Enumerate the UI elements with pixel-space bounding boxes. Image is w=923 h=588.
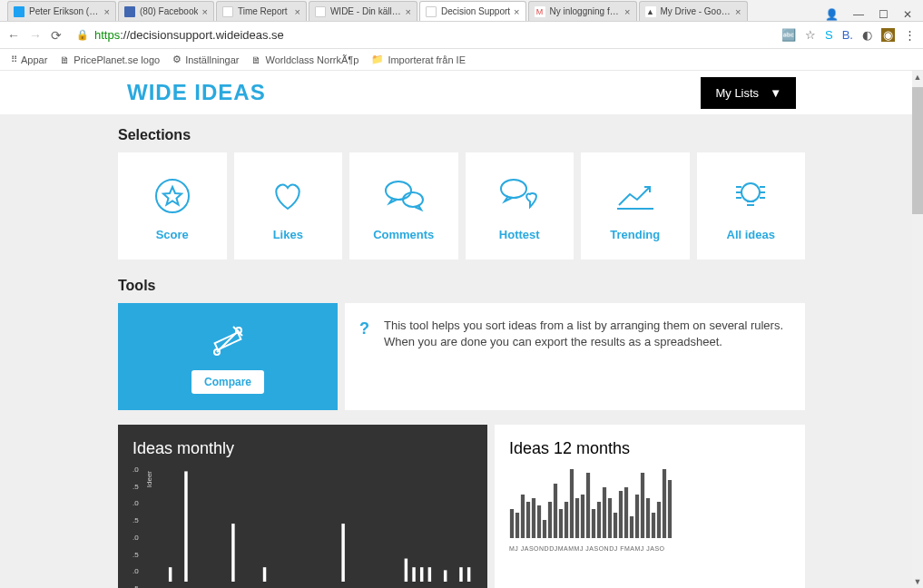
gmail-icon: M — [535, 6, 545, 17]
svg-rect-59 — [565, 502, 568, 538]
my-lists-button[interactable]: My Lists ▼ — [701, 77, 796, 109]
page-header: WIDE IDEAS My Lists ▼ — [0, 71, 923, 114]
star-icon[interactable]: ☆ — [805, 28, 816, 42]
close-button[interactable]: ✕ — [903, 8, 912, 21]
svg-point-4 — [741, 183, 760, 201]
svg-rect-67 — [608, 498, 612, 538]
ext2-icon[interactable]: ◐ — [862, 28, 872, 42]
scrollbar[interactable]: ▲ ▼ — [912, 71, 923, 588]
logo: WIDE IDEAS — [127, 80, 266, 105]
svg-rect-77 — [663, 469, 666, 538]
close-icon[interactable]: × — [735, 6, 741, 17]
facebook-icon — [124, 6, 135, 17]
bookmark-worldclass[interactable]: 🗎 Worldclass NorrkÃ¶p — [251, 54, 358, 65]
svg-rect-12 — [184, 471, 187, 582]
tools-heading: Tools — [118, 278, 805, 294]
selection-hottest[interactable]: Hottest — [466, 152, 574, 260]
charts-row: Ideas monthly .0.5.0.5.0.5.0.5 Ideer Ide… — [118, 425, 805, 588]
svg-rect-61 — [575, 498, 579, 538]
tools-row: Compare ? This tool helps you sort ideas… — [118, 303, 805, 410]
scroll-down-arrow[interactable]: ▼ — [912, 575, 923, 588]
ext-icon[interactable]: B. — [842, 28, 853, 42]
selection-score[interactable]: Score — [118, 152, 227, 260]
svg-rect-32 — [341, 524, 344, 582]
svg-rect-43 — [428, 567, 431, 582]
translate-icon[interactable]: 🔤 — [781, 28, 796, 42]
tab-title: My Drive - Google — [661, 6, 732, 16]
file-icon — [222, 6, 233, 17]
menu-icon[interactable]: ⋮ — [904, 28, 916, 42]
bookmark-priceplanet[interactable]: 🗎 PricePlanet.se logo — [60, 54, 160, 65]
selection-all-ideas[interactable]: All ideas — [697, 152, 806, 260]
tab-gdrive[interactable]: ▲ My Drive - Google × — [639, 1, 748, 21]
svg-rect-50 — [516, 513, 519, 538]
minimize-button[interactable]: — — [853, 8, 864, 21]
selection-likes[interactable]: Likes — [234, 152, 343, 260]
file-icon — [426, 6, 437, 17]
svg-rect-63 — [586, 473, 590, 538]
selection-label: Comments — [373, 228, 434, 241]
scrollbar-thumb[interactable] — [912, 87, 923, 214]
selection-label: All ideas — [727, 228, 775, 241]
apps-button[interactable]: ⠿Appar — [11, 54, 47, 65]
gdrive-icon: ▲ — [645, 6, 656, 17]
tab-gmail[interactable]: M Ny inloggning från × — [528, 1, 637, 21]
svg-rect-72 — [635, 495, 639, 538]
selection-trending[interactable]: Trending — [581, 152, 690, 260]
selection-comments[interactable]: Comments — [349, 152, 458, 260]
tab-decision-support[interactable]: Decision Support × — [419, 1, 526, 21]
compare-button[interactable]: Compare — [191, 370, 264, 394]
url-input[interactable]: 🔒 https://decisionsupport.wideideas.se — [71, 28, 772, 42]
close-icon[interactable]: × — [405, 6, 410, 17]
back-button[interactable]: ← — [7, 28, 20, 43]
reload-button[interactable]: ⟳ — [51, 28, 62, 43]
lightbulb-icon — [727, 171, 774, 220]
tab-title: Ny inloggning från — [550, 6, 622, 16]
scroll-up-arrow[interactable]: ▲ — [912, 71, 923, 83]
tab-facebook[interactable]: (80) Facebook × — [118, 1, 214, 21]
close-icon[interactable]: × — [104, 6, 110, 17]
chart-title: Ideas 12 months — [509, 439, 790, 458]
svg-point-3 — [501, 180, 526, 198]
forward-button[interactable]: → — [29, 28, 42, 43]
tab-title: Time Report — [238, 6, 291, 16]
compare-card: Compare — [118, 303, 338, 410]
tab-twitter[interactable]: Peter Erikson (@pe × — [7, 1, 116, 21]
skype-icon[interactable]: S — [825, 28, 833, 42]
close-icon[interactable]: × — [201, 6, 207, 17]
svg-rect-78 — [668, 480, 672, 538]
tab-time-report[interactable]: Time Report × — [216, 1, 307, 21]
ext3-icon[interactable]: ◉ — [881, 28, 895, 42]
svg-rect-64 — [592, 509, 595, 538]
close-icon[interactable]: × — [624, 6, 630, 17]
svg-rect-55 — [543, 520, 546, 538]
url-text: https://decisionsupport.wideideas.se — [94, 28, 284, 42]
selections-heading: Selections — [118, 127, 805, 143]
bookmark-installningar[interactable]: ⚙ Inställningar — [172, 54, 239, 65]
svg-rect-66 — [603, 487, 606, 538]
close-icon[interactable]: × — [294, 6, 299, 17]
svg-rect-56 — [548, 502, 552, 538]
svg-rect-51 — [521, 495, 525, 538]
svg-rect-76 — [657, 502, 661, 538]
my-lists-label: My Lists — [715, 86, 759, 100]
svg-rect-62 — [581, 495, 584, 538]
svg-rect-74 — [646, 498, 650, 538]
svg-rect-45 — [444, 570, 447, 582]
close-icon[interactable]: × — [514, 6, 519, 17]
address-bar: ← → ⟳ 🔒 https://decisionsupport.wideidea… — [0, 22, 923, 49]
user-icon[interactable]: 👤 — [825, 8, 839, 21]
chart-bars — [151, 466, 473, 582]
selection-label: Score — [156, 228, 189, 241]
bookmark-importerat[interactable]: 📁 Importerat från IE — [371, 54, 466, 65]
tab-title: Decision Support — [441, 6, 510, 16]
svg-rect-53 — [532, 498, 535, 538]
svg-rect-47 — [459, 567, 462, 582]
maximize-button[interactable]: ☐ — [879, 8, 889, 21]
comment-heart-icon — [496, 171, 543, 220]
page-viewport: WIDE IDEAS My Lists ▼ Selections Score L… — [0, 71, 923, 588]
heart-icon — [268, 171, 308, 220]
file-icon — [315, 6, 326, 17]
svg-rect-57 — [554, 484, 557, 538]
tab-wide[interactable]: WIDE - Din källa fö × — [309, 1, 417, 21]
